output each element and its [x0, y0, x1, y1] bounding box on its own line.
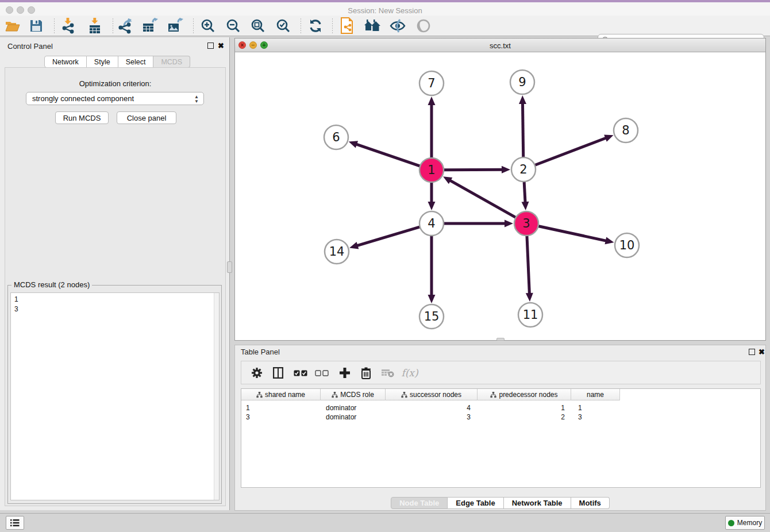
graph-node-label: 15	[424, 310, 440, 323]
float-table-panel-icon[interactable]	[749, 349, 755, 355]
graph-node-label: 9	[518, 75, 526, 89]
column-header-name[interactable]: name	[571, 389, 620, 400]
graph-edge-2-3[interactable]	[524, 182, 525, 203]
column-header-MCDS-role[interactable]: MCDS role	[321, 389, 386, 400]
close-panel-button[interactable]: Close panel	[117, 111, 176, 124]
memory-label: Memory	[737, 519, 762, 527]
list-icon	[10, 519, 20, 527]
graph-edge-arrowhead	[519, 95, 526, 104]
home-icon[interactable]	[363, 17, 382, 34]
column-header-shared-name[interactable]: shared name	[241, 389, 321, 400]
network-graph-canvas[interactable]: 7968124314101511	[235, 52, 765, 340]
graph-edge-2-8[interactable]	[535, 137, 607, 165]
mcds-result-line: 3	[14, 304, 219, 314]
table-toolbar: f(x)	[241, 361, 761, 384]
delete-column-trash-icon[interactable]	[357, 364, 375, 381]
share-network-document-icon[interactable]	[338, 17, 356, 34]
column-type-icon	[490, 392, 496, 398]
graph-node-label: 2	[519, 163, 527, 176]
import-network-icon[interactable]	[59, 17, 78, 34]
float-panel-icon[interactable]	[207, 43, 214, 49]
table-row[interactable]: 1dominator411	[241, 403, 760, 413]
table-cell: 1	[241, 403, 321, 413]
column-type-icon	[332, 392, 338, 398]
tab-node-table[interactable]: Node Table	[391, 497, 448, 509]
graph-node-label: 11	[523, 308, 538, 322]
node-table[interactable]: shared nameMCDS rolesuccessor nodesprede…	[241, 388, 761, 488]
eye-disabled-icon	[414, 17, 433, 34]
tab-select[interactable]: Select	[118, 56, 154, 68]
graph-edge-arrowhead	[521, 202, 529, 210]
export-network-icon[interactable]	[116, 17, 134, 34]
graph-edge-4-14[interactable]	[356, 227, 420, 246]
close-panel-icon[interactable]: ✖	[218, 43, 224, 49]
graph-node-label: 3	[522, 217, 530, 230]
vertical-splitter-grip[interactable]	[227, 261, 232, 273]
graph-node-label: 1	[428, 163, 435, 177]
mcds-result-groupbox: MCDS result (2 nodes) 13	[7, 285, 222, 504]
save-session-icon[interactable]	[27, 17, 45, 34]
tab-edge-table[interactable]: Edge Table	[448, 497, 503, 509]
column-header-successor-nodes[interactable]: successor nodes	[386, 389, 478, 400]
zoom-in-icon[interactable]	[199, 17, 217, 34]
column-header-label: shared name	[265, 391, 305, 399]
open-session-icon[interactable]	[3, 17, 22, 34]
app-titlebar: Session: New Session	[0, 0, 770, 16]
graph-node-label: 14	[329, 245, 345, 259]
visibility-toggle-icon[interactable]	[388, 17, 407, 34]
table-cell: dominator	[321, 403, 386, 413]
column-header-label: successor nodes	[410, 391, 461, 399]
network-window-titlebar[interactable]: × − + scc.txt	[235, 38, 765, 52]
graph-edge-2-9[interactable]	[522, 102, 523, 157]
graph-edge-1-2[interactable]	[444, 169, 503, 170]
chevron-updown-icon: ▲▼	[192, 94, 201, 103]
memory-button[interactable]: Memory	[725, 516, 765, 530]
add-column-icon[interactable]	[336, 364, 353, 381]
zoom-selected-icon[interactable]	[274, 17, 292, 34]
settings-gear-icon[interactable]	[248, 364, 265, 381]
graph-edge-3-11[interactable]	[527, 236, 530, 295]
column-header-predecessor-nodes[interactable]: predecessor nodes	[478, 389, 571, 400]
refresh-layout-icon[interactable]	[306, 17, 325, 34]
mcds-result-textarea[interactable]: 13	[10, 292, 220, 500]
import-table-icon[interactable]	[86, 17, 104, 34]
table-row[interactable]: 3dominator323	[241, 413, 760, 422]
graph-edge-arrowhead	[604, 134, 613, 141]
export-image-icon[interactable]	[166, 17, 184, 34]
column-type-icon	[256, 392, 263, 398]
zoom-out-icon[interactable]	[224, 17, 242, 34]
column-type-icon	[401, 392, 407, 398]
select-all-checkboxes-icon[interactable]	[292, 364, 309, 381]
column-header-label: MCDS role	[340, 391, 374, 399]
tab-mcds[interactable]: MCDS	[153, 56, 190, 68]
show-panels-list-button[interactable]	[6, 516, 24, 530]
control-panel-tabs: Network Style Select MCDS	[44, 56, 190, 68]
tab-style[interactable]: Style	[87, 56, 118, 68]
control-panel-title: Control Panel	[7, 42, 53, 51]
delete-table-icon-disabled	[379, 364, 396, 381]
run-mcds-button[interactable]: Run MCDS	[55, 111, 109, 124]
close-table-panel-icon[interactable]: ✖	[759, 349, 765, 355]
graph-edge-1-6[interactable]	[355, 144, 420, 166]
result-scrollbar[interactable]	[214, 293, 219, 500]
tab-network-table[interactable]: Network Table	[504, 497, 571, 509]
graph-edge-arrowhead	[505, 220, 513, 228]
graph-node-label: 7	[428, 76, 435, 90]
graph-edge-arrowhead	[349, 141, 358, 148]
export-table-icon[interactable]	[141, 17, 159, 34]
graph-edge-3-1[interactable]	[449, 180, 515, 218]
split-columns-icon[interactable]	[270, 364, 287, 381]
criterion-dropdown[interactable]: strongly connected component ▲▼	[26, 92, 204, 105]
network-resize-grip[interactable]	[496, 338, 505, 341]
graph-node-label: 6	[332, 130, 340, 144]
graph-node-label: 8	[622, 124, 629, 137]
deselect-all-checkboxes-icon[interactable]	[313, 364, 330, 381]
tab-network[interactable]: Network	[44, 56, 87, 68]
table-cell: dominator	[321, 413, 386, 422]
graph-node-label: 10	[619, 238, 635, 252]
network-window-title: scc.txt	[235, 41, 765, 50]
zoom-fit-icon[interactable]	[249, 17, 267, 34]
graph-edge-3-10[interactable]	[538, 226, 607, 241]
graph-edge-arrowhead	[502, 166, 510, 174]
tab-motifs[interactable]: Motifs	[571, 497, 610, 509]
